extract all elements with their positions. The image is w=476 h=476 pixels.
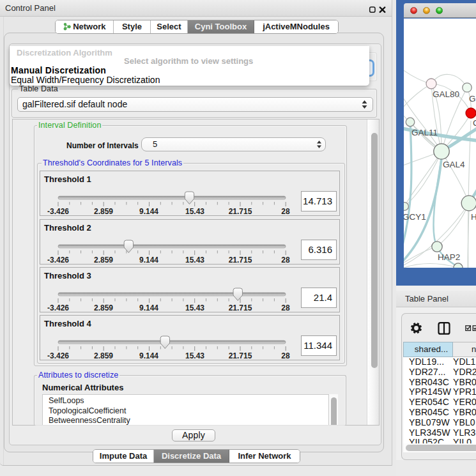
svg-text:GAL4: GAL4 — [443, 160, 465, 169]
svg-text:H: H — [471, 212, 476, 222]
svg-text:GAL80: GAL80 — [433, 89, 459, 99]
svg-text:HAP2: HAP2 — [438, 252, 460, 262]
svg-text:C: C — [473, 118, 476, 128]
svg-text:G: G — [469, 94, 476, 104]
svg-text:GAL11: GAL11 — [411, 128, 438, 137]
svg-text:GCY1: GCY1 — [404, 212, 426, 222]
